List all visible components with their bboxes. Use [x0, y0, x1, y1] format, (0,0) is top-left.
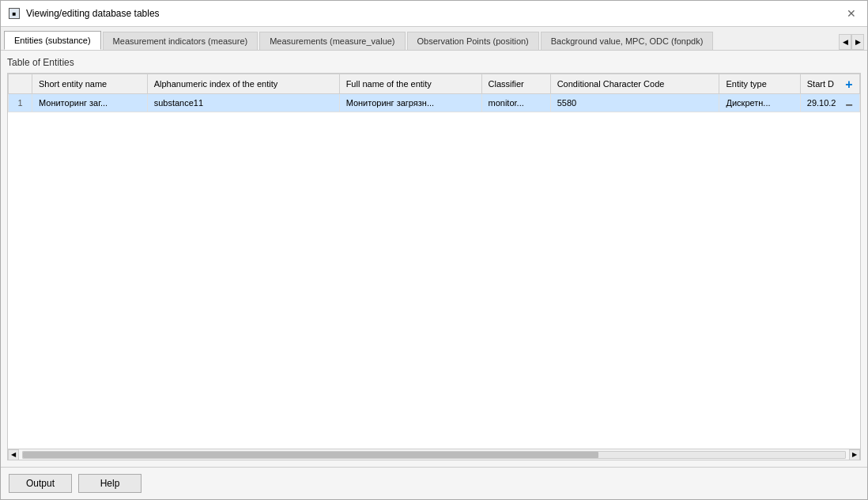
scrollbar-track[interactable] [22, 451, 846, 459]
table-header-row: Short entity name Alphanumeric index of … [9, 74, 860, 94]
table-wrapper: + − Short entity name Alphanumeric index… [7, 73, 861, 460]
cell-cond-char-code-1: 5580 [550, 94, 719, 112]
tab-position[interactable]: Observation Points (position) [407, 32, 539, 50]
output-button[interactable]: Output [9, 474, 72, 493]
tab-measure-value[interactable]: Measurements (measure_value) [259, 32, 405, 50]
window-title: Viewing/editing database tables [26, 8, 837, 19]
col-header-classifier: Classifier [481, 74, 550, 94]
footer: Output Help [1, 467, 867, 499]
col-header-alpha-index: Alphanumeric index of the entity [147, 74, 339, 94]
col-header-short-name: Short entity name [32, 74, 148, 94]
tab-measure[interactable]: Measurement indicators (measure) [103, 32, 259, 50]
cell-alpha-index-1: substance11 [147, 94, 339, 112]
col-header-rownum [9, 74, 32, 94]
col-header-entity-type: Entity type [719, 74, 800, 94]
horizontal-scrollbar[interactable]: ◀ ▶ [8, 449, 860, 460]
col-header-full-name: Full name of the entity [339, 74, 481, 94]
cell-rownum-1: 1 [9, 94, 32, 112]
cell-short-name-1: Мониторинг заг... [32, 94, 148, 112]
table-row[interactable]: 1 Мониторинг заг... substance11 Монитори… [9, 94, 860, 112]
tab-fonpdk[interactable]: Background value, MPC, ODC (fonpdk) [541, 32, 714, 50]
table-scroll-area[interactable]: Short entity name Alphanumeric index of … [8, 74, 860, 449]
tab-entities[interactable]: Entities (substance) [4, 31, 101, 50]
remove-row-button[interactable]: − [841, 97, 857, 113]
col-header-cond-char-code: Conditional Character Code [550, 74, 719, 94]
cell-full-name-1: Мониторинг загрязн... [339, 94, 481, 112]
tab-nav-right[interactable]: ▶ [851, 34, 864, 50]
main-window: ■ Viewing/editing database tables ✕ Enti… [0, 0, 868, 500]
add-row-button[interactable]: + [841, 77, 857, 93]
tab-nav-left[interactable]: ◀ [839, 34, 851, 50]
title-bar: ■ Viewing/editing database tables ✕ [1, 1, 867, 27]
tabs-bar: Entities (substance) Measurement indicat… [1, 27, 867, 51]
cell-entity-type-1: Дискретн... [719, 94, 800, 112]
scroll-right-arrow[interactable]: ▶ [849, 449, 860, 460]
tab-nav: ◀ ▶ [839, 34, 867, 50]
help-button[interactable]: Help [78, 474, 142, 493]
close-button[interactable]: ✕ [843, 6, 859, 21]
entities-table: Short entity name Alphanumeric index of … [8, 74, 860, 112]
content-area: Table of Entities + − Short entity name … [1, 51, 867, 467]
scrollbar-thumb[interactable] [23, 452, 598, 458]
table-section-label: Table of Entities [7, 57, 861, 68]
cell-classifier-1: monitor... [481, 94, 550, 112]
scroll-left-arrow[interactable]: ◀ [8, 449, 19, 460]
window-icon: ■ [9, 8, 20, 19]
